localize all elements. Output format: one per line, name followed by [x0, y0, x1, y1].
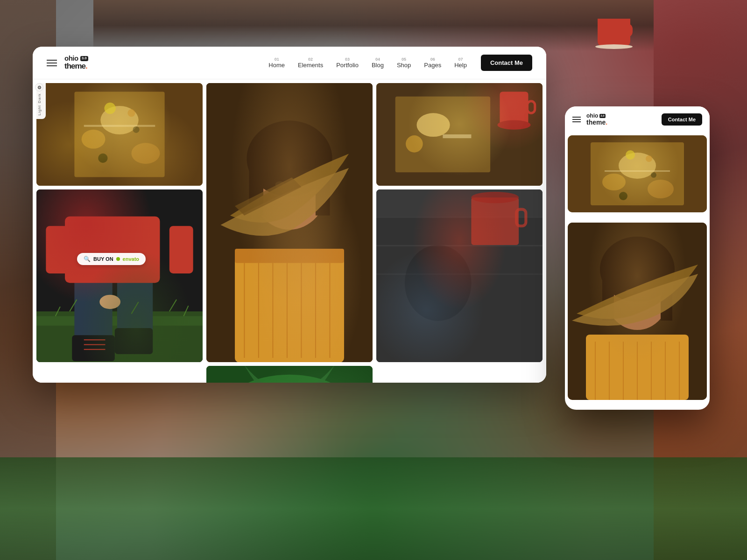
mobile-photo-woman[interactable]: [568, 223, 707, 400]
svg-rect-78: [605, 170, 670, 172]
photo-woman-with-fern[interactable]: [206, 83, 373, 362]
svg-point-65: [223, 375, 356, 383]
mobile-logo-name: ohio: [586, 113, 598, 119]
svg-line-49: [56, 307, 60, 316]
svg-point-82: [605, 255, 670, 330]
envato-text: BUY ON: [93, 256, 113, 262]
svg-line-53: [183, 306, 188, 316]
logo-ohio-row: ohio 3.0: [64, 55, 88, 63]
nav-item-pages[interactable]: 06 Pages: [424, 57, 441, 69]
mobile-contact-me-button[interactable]: Contact Me: [662, 113, 702, 126]
desktop-mockup: ohio 3.0 theme. 01 Home 02 Elements 03 P…: [33, 47, 546, 383]
svg-rect-19: [235, 249, 344, 263]
svg-rect-28: [395, 97, 490, 173]
photo-food-overhead-2[interactable]: [376, 83, 543, 186]
svg-point-3: [82, 130, 106, 149]
envato-brand: envato: [123, 256, 139, 262]
desktop-navbar: ohio 3.0 theme. 01 Home 02 Elements 03 P…: [33, 47, 546, 79]
svg-rect-40: [65, 217, 160, 283]
light-label: Light: [37, 105, 42, 115]
svg-rect-62: [516, 210, 526, 226]
mobile-logo-tagline: theme.: [586, 119, 607, 126]
svg-rect-64: [206, 366, 373, 383]
photo-food-overhead[interactable]: [36, 83, 203, 186]
nav-item-portfolio[interactable]: 03 Portfolio: [336, 57, 359, 69]
svg-point-80: [651, 172, 656, 178]
svg-point-61: [471, 192, 519, 203]
svg-point-6: [127, 109, 135, 117]
mobile-hamburger-icon[interactable]: [572, 117, 581, 122]
svg-point-9: [133, 126, 139, 133]
svg-rect-57: [376, 217, 543, 218]
svg-point-16: [275, 182, 284, 188]
svg-point-32: [416, 113, 450, 137]
logo-tagline: theme.: [64, 62, 88, 71]
svg-rect-14: [249, 159, 264, 216]
photo-dark-texture[interactable]: [376, 189, 543, 362]
svg-rect-35: [36, 189, 203, 362]
mobile-navbar: ohio 3.0 theme. Contact Me: [565, 106, 710, 133]
mobile-logo-badge: 3.0: [599, 114, 605, 118]
svg-point-30: [497, 120, 530, 129]
photo-red-sweater-person[interactable]: [36, 189, 203, 362]
bg-bottom-panel: [0, 457, 747, 560]
svg-rect-34: [443, 134, 471, 138]
gallery-grid: [33, 79, 546, 383]
svg-point-43: [99, 295, 120, 309]
svg-rect-60: [471, 197, 519, 245]
svg-rect-88: [586, 335, 689, 400]
logo[interactable]: ohio 3.0 theme.: [64, 55, 88, 71]
svg-rect-54: [376, 189, 543, 362]
mobile-gallery: [565, 133, 710, 410]
svg-line-52: [169, 300, 176, 311]
svg-point-5: [104, 103, 115, 114]
svg-rect-55: [376, 189, 543, 362]
mobile-photo-food[interactable]: [568, 135, 707, 212]
svg-point-4: [131, 143, 160, 164]
svg-rect-42: [169, 226, 193, 273]
svg-rect-72: [591, 142, 684, 205]
nav-item-shop[interactable]: 05 Shop: [397, 57, 411, 69]
nav-item-elements[interactable]: 02 Elements: [298, 57, 323, 69]
svg-point-73: [619, 153, 656, 179]
svg-point-83: [600, 237, 675, 302]
svg-rect-58: [376, 245, 543, 246]
svg-point-86: [625, 289, 634, 294]
svg-rect-31: [527, 101, 535, 113]
svg-rect-1: [74, 91, 164, 177]
svg-rect-7: [84, 125, 155, 127]
svg-rect-38: [74, 264, 112, 350]
svg-rect-11: [206, 83, 373, 362]
nav-item-help[interactable]: 07 Help: [454, 57, 467, 69]
bg-top-panel: [93, 0, 654, 51]
nav-item-blog[interactable]: 04 Blog: [372, 57, 384, 69]
svg-rect-15: [316, 159, 330, 216]
envato-logo-dot: [116, 257, 120, 261]
svg-rect-56: [376, 189, 543, 217]
logo-name: ohio: [64, 55, 78, 63]
svg-rect-45: [115, 328, 153, 354]
svg-point-79: [619, 192, 627, 200]
svg-point-75: [648, 180, 674, 198]
buy-on-envato-badge[interactable]: 🔍 BUY ON envato: [77, 253, 146, 265]
cup-handle: [623, 23, 633, 37]
photo-green-leaves[interactable]: [206, 366, 373, 383]
dark-label: Dark: [37, 93, 42, 103]
mobile-logo-ohio-row: ohio 3.0: [586, 113, 607, 119]
theme-toggle-icon[interactable]: ⚙: [35, 83, 43, 91]
svg-point-8: [98, 154, 107, 163]
svg-rect-10: [206, 83, 373, 362]
cup-decoration: [593, 9, 649, 56]
svg-rect-59: [376, 273, 543, 275]
svg-rect-81: [568, 223, 707, 400]
logo-version-badge: 3.0: [80, 56, 88, 61]
svg-point-13: [247, 120, 332, 196]
mobile-logo[interactable]: ohio 3.0 theme.: [586, 113, 607, 126]
svg-rect-29: [500, 91, 528, 125]
hamburger-menu-icon[interactable]: [47, 60, 57, 66]
search-icon-small: 🔍: [84, 256, 91, 262]
svg-point-12: [252, 144, 328, 230]
nav-item-home[interactable]: 01 Home: [268, 57, 285, 69]
contact-me-button[interactable]: Contact Me: [481, 55, 532, 71]
svg-point-33: [406, 135, 423, 153]
